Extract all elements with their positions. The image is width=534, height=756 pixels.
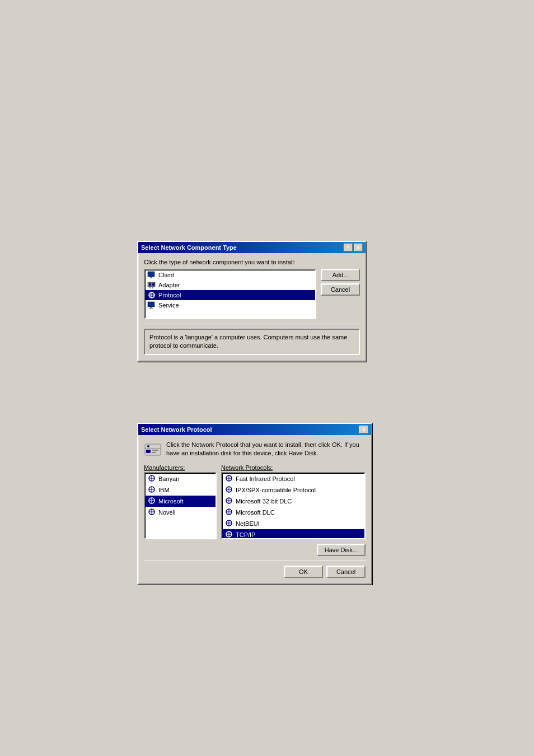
netbeui-item[interactable]: NetBEUI	[222, 518, 364, 529]
manufacturers-col: Manufacturers: Banyan	[144, 464, 217, 539]
dialog1-title-bar: Select Network Component Type ? X	[138, 242, 366, 253]
ibm-label: IBM	[158, 487, 170, 493]
dialog1-buttons: Add... Cancel	[321, 269, 360, 319]
novell-label: Novell	[158, 509, 176, 516]
have-disk-row: Have Disk...	[144, 544, 366, 556]
novell-item[interactable]: Novell	[145, 507, 216, 518]
dialog1-controls: ? X	[344, 244, 363, 251]
tcp-ip-icon	[224, 530, 233, 539]
netbeui-label: NetBEUI	[236, 520, 260, 527]
dialog1-description: Protocol is a 'language' a computer uses…	[144, 329, 360, 355]
client-list-item[interactable]: Client	[145, 270, 315, 280]
dialog2-cancel-button[interactable]: Cancel	[326, 566, 366, 578]
protocol-label: Protocol	[158, 292, 181, 298]
dialog2-title-bar: Select Network Protocol X	[138, 424, 371, 435]
component-type-listbox[interactable]: Client Adapter	[144, 269, 316, 319]
dialog1-cancel-button[interactable]: Cancel	[321, 283, 360, 296]
svg-rect-5	[152, 283, 154, 286]
tcp-ip-item[interactable]: TCP/IP	[222, 529, 364, 539]
protocol-icon	[147, 291, 156, 299]
adapter-icon	[147, 281, 156, 289]
tcp-ip-label: TCP/IP	[236, 531, 255, 538]
ms-32bit-dlc-icon	[224, 497, 233, 506]
manufacturers-listbox[interactable]: Banyan IBM	[144, 472, 217, 539]
client-icon	[147, 271, 156, 279]
manufacturers-label: Manufacturers:	[144, 464, 217, 471]
ipx-spx-item[interactable]: IPX/SPX-compatible Protocol	[222, 484, 364, 496]
microsoft-label: Microsoft	[158, 498, 184, 505]
service-label: Service	[158, 302, 179, 309]
dialog2-lists: Manufacturers: Banyan	[144, 464, 366, 539]
dialog1-separator: Protocol is a 'language' a computer uses…	[144, 324, 360, 355]
svg-rect-0	[148, 272, 154, 277]
fast-infrared-label: Fast Infrared Protocol	[236, 475, 295, 482]
banyan-label: Banyan	[158, 475, 179, 482]
service-list-item[interactable]: Service	[145, 300, 315, 310]
microsoft-icon	[147, 497, 156, 506]
protocols-label: Network Protocols:	[221, 464, 366, 471]
svg-rect-2	[149, 278, 153, 278]
svg-rect-20	[152, 452, 156, 453]
banyan-item[interactable]: Banyan	[145, 473, 216, 484]
dialog1-help-button[interactable]: ?	[344, 244, 353, 251]
select-network-protocol-dialog: Select Network Protocol X Click the Netw…	[137, 423, 372, 585]
adapter-list-item[interactable]: Adapter	[145, 280, 315, 290]
ibm-item[interactable]: IBM	[145, 484, 216, 496]
svg-rect-19	[152, 450, 158, 451]
svg-rect-6	[149, 287, 151, 288]
dialog2-header: Click the Network Protocol that you want…	[144, 441, 366, 459]
dialog1-content: Click the type of network component you …	[138, 253, 366, 361]
dialog2-instruction: Click the Network Protocol that you want…	[166, 441, 366, 458]
dialog1-close-button[interactable]: X	[354, 244, 363, 251]
svg-rect-12	[148, 302, 154, 307]
dialog1-instruction: Click the type of network component you …	[144, 259, 360, 265]
have-disk-button[interactable]: Have Disk...	[317, 544, 366, 556]
dialog2-ok-button[interactable]: OK	[284, 566, 323, 578]
dialog2-action-buttons: OK Cancel	[144, 566, 366, 578]
svg-rect-13	[150, 307, 152, 308]
add-button[interactable]: Add...	[321, 269, 360, 281]
ipx-spx-icon	[224, 486, 233, 494]
ibm-icon	[147, 486, 156, 494]
svg-rect-4	[149, 283, 151, 286]
svg-point-17	[147, 445, 149, 447]
ms-dlc-label: Microsoft DLC	[236, 509, 275, 516]
protocols-col: Network Protocols: Fast Infrared Protoco…	[221, 464, 366, 539]
svg-rect-18	[146, 450, 151, 453]
protocol-list-item[interactable]: Protocol	[145, 290, 315, 300]
ipx-spx-label: IPX/SPX-compatible Protocol	[236, 487, 316, 493]
svg-rect-7	[152, 287, 153, 288]
banyan-icon	[147, 474, 156, 483]
dialog1-list-container: Client Adapter	[144, 269, 316, 319]
ms-32bit-dlc-label: Microsoft 32-bit DLC	[236, 498, 292, 505]
dialog2-controls: X	[359, 426, 368, 433]
ms-dlc-item[interactable]: Microsoft DLC	[222, 507, 364, 518]
ms-32bit-dlc-item[interactable]: Microsoft 32-bit DLC	[222, 496, 364, 507]
adapter-label: Adapter	[158, 282, 180, 288]
dialog2-content: Click the Network Protocol that you want…	[138, 435, 371, 584]
dialog2-icon	[144, 441, 162, 459]
dialog2-close-button[interactable]: X	[359, 426, 368, 433]
service-icon	[147, 301, 156, 309]
dialog1-main: Client Adapter	[144, 269, 360, 319]
ms-dlc-icon	[224, 508, 233, 517]
novell-icon	[147, 508, 156, 517]
select-network-component-dialog: Select Network Component Type ? X Click …	[137, 241, 367, 362]
fast-infrared-item[interactable]: Fast Infrared Protocol	[222, 473, 364, 484]
svg-rect-14	[149, 308, 153, 309]
client-label: Client	[158, 272, 174, 278]
fast-infrared-icon	[224, 474, 233, 483]
netbeui-icon	[224, 519, 233, 528]
dialog2-title: Select Network Protocol	[141, 426, 359, 433]
dialog1-title: Select Network Component Type	[141, 244, 344, 251]
dialog2-separator	[144, 561, 366, 561]
microsoft-item[interactable]: Microsoft	[145, 496, 216, 507]
protocols-listbox[interactable]: Fast Infrared Protocol IPX/SPX-compatibl…	[221, 472, 366, 539]
svg-rect-1	[150, 277, 152, 278]
